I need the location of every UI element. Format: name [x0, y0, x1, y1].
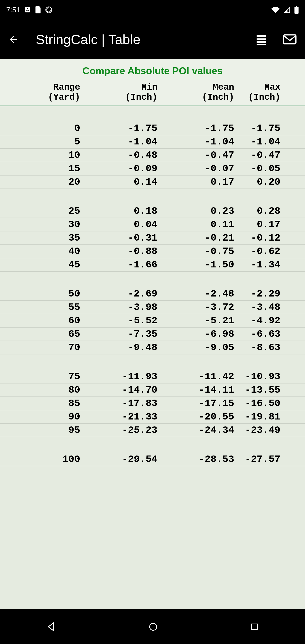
table-row: 0-1.75-1.75-1.75: [0, 122, 305, 135]
cell-max: -23.49: [237, 424, 305, 437]
poi-table: Range (Yard) Min (Inch) Mean (Inch) Max …: [0, 80, 305, 466]
cell-min: -3.98: [84, 300, 160, 314]
svg-rect-6: [257, 38, 266, 40]
circle-icon: [148, 622, 158, 632]
table-row: 75-11.93-11.42-10.93: [0, 370, 305, 383]
cell-range: 95: [0, 424, 84, 437]
cell-mean: -20.55: [160, 410, 237, 424]
cell-max: -4.92: [237, 314, 305, 327]
cell-mean: -24.34: [160, 424, 237, 437]
cell-min: -9.48: [84, 341, 160, 354]
status-wifi-icon: [272, 6, 280, 13]
svg-rect-4: [294, 7, 298, 14]
header-range: Range (Yard): [0, 80, 84, 106]
cell-range: 55: [0, 300, 84, 314]
cell-range: 90: [0, 410, 84, 424]
header-mean: Mean (Inch): [160, 80, 237, 106]
cell-max: -1.34: [237, 258, 305, 272]
cell-min: -0.88: [84, 245, 160, 258]
cell-max: -16.50: [237, 397, 305, 410]
cell-mean: -3.72: [160, 300, 237, 314]
list-view-button[interactable]: [251, 30, 271, 49]
mail-icon: [283, 34, 296, 45]
cell-mean: -14.11: [160, 383, 237, 397]
cell-max: 0.28: [237, 204, 305, 218]
cell-range: 20: [0, 175, 84, 189]
cell-mean: -1.50: [160, 258, 237, 272]
cell-min: -11.93: [84, 370, 160, 383]
cell-max: -0.12: [237, 231, 305, 245]
svg-rect-5: [257, 35, 266, 37]
table-row: 5-1.04-1.04-1.04: [0, 135, 305, 148]
back-button[interactable]: [5, 31, 22, 48]
cell-range: 30: [0, 218, 84, 231]
table-row: 80-14.70-14.11-13.55: [0, 383, 305, 397]
svg-rect-7: [257, 41, 266, 43]
table-spacer-row: [0, 354, 305, 370]
header-max: Max (Inch): [237, 80, 305, 106]
table-spacer-row: [0, 437, 305, 453]
status-sd-icon: [35, 6, 41, 14]
cell-max: -1.04: [237, 135, 305, 148]
svg-point-10: [150, 623, 157, 630]
cell-mean: -9.05: [160, 341, 237, 354]
cell-mean: -1.75: [160, 122, 237, 135]
cell-mean: 0.11: [160, 218, 237, 231]
cell-max: -2.29: [237, 287, 305, 300]
cell-range: 70: [0, 341, 84, 354]
status-time: 7:51: [6, 6, 20, 14]
status-sync-icon: [45, 6, 52, 14]
cell-range: 25: [0, 204, 84, 218]
app-bar: StringCalc | Table: [0, 20, 305, 59]
table-row: 45-1.66-1.50-1.34: [0, 258, 305, 272]
cell-mean: -0.75: [160, 245, 237, 258]
cell-max: -10.93: [237, 370, 305, 383]
cell-range: 45: [0, 258, 84, 272]
arrow-left-icon: [8, 34, 19, 45]
cell-mean: 0.23: [160, 204, 237, 218]
cell-mean: -28.53: [160, 453, 237, 466]
cell-range: 40: [0, 245, 84, 258]
table-row: 250.180.230.28: [0, 204, 305, 218]
table-spacer-row: [0, 189, 305, 204]
status-notif-icon: A: [24, 6, 31, 13]
table-title: Compare Absolute POI values: [0, 59, 305, 80]
table-spacer-row: [0, 106, 305, 122]
nav-home-button[interactable]: [148, 622, 158, 632]
cell-mean: -0.47: [160, 148, 237, 162]
cell-min: -25.23: [84, 424, 160, 437]
email-button[interactable]: [280, 30, 300, 49]
square-icon: [250, 622, 259, 631]
status-signal-icon: [284, 6, 290, 13]
cell-min: -14.70: [84, 383, 160, 397]
status-battery-icon: [294, 6, 299, 14]
cell-min: -0.09: [84, 162, 160, 175]
cell-range: 50: [0, 287, 84, 300]
cell-min: -0.31: [84, 231, 160, 245]
cell-range: 85: [0, 397, 84, 410]
cell-min: 0.04: [84, 218, 160, 231]
list-icon: [255, 33, 267, 46]
svg-rect-9: [284, 35, 296, 44]
nav-recent-button[interactable]: [250, 622, 259, 631]
cell-range: 65: [0, 327, 84, 341]
cell-range: 5: [0, 135, 84, 148]
cell-min: -29.54: [84, 453, 160, 466]
cell-min: -17.83: [84, 397, 160, 410]
cell-mean: -0.21: [160, 231, 237, 245]
cell-max: -6.63: [237, 327, 305, 341]
table-area[interactable]: Compare Absolute POI values Range (Yard)…: [0, 59, 305, 609]
table-row: 70-9.48-9.05-8.63: [0, 341, 305, 354]
svg-rect-11: [252, 624, 257, 630]
cell-min: 0.14: [84, 175, 160, 189]
page-title: StringCalc | Table: [36, 32, 242, 47]
cell-mean: -1.04: [160, 135, 237, 148]
cell-max: -3.48: [237, 300, 305, 314]
nav-back-button[interactable]: [46, 622, 56, 632]
cell-range: 0: [0, 122, 84, 135]
cell-min: -21.33: [84, 410, 160, 424]
status-bar: 7:51 A: [0, 0, 305, 20]
table-row: 65-7.35-6.98-6.63: [0, 327, 305, 341]
cell-min: -1.75: [84, 122, 160, 135]
table-row: 60-5.52-5.21-4.92: [0, 314, 305, 327]
